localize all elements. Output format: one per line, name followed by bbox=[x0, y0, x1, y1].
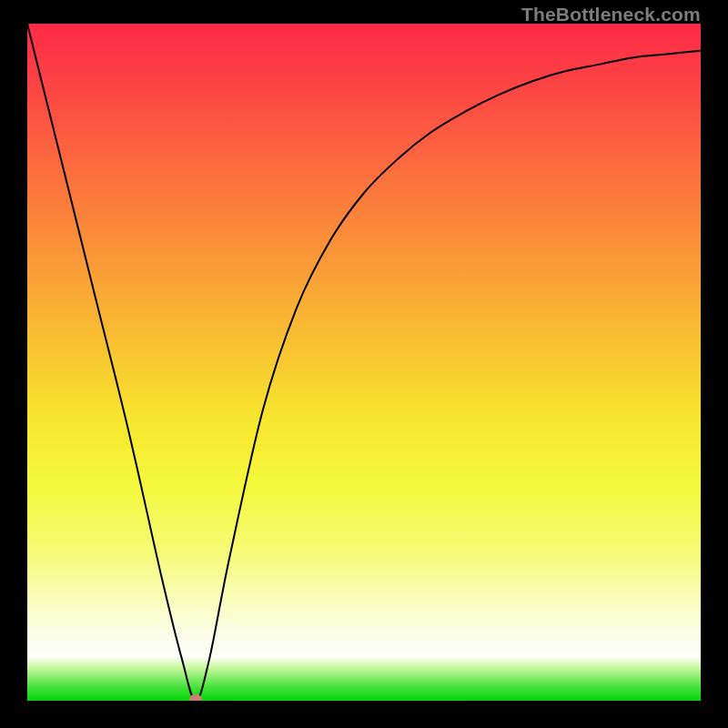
chart-stage: TheBottleneck.com bbox=[0, 0, 728, 728]
plot-area bbox=[27, 24, 701, 701]
bottleneck-curve bbox=[27, 24, 701, 701]
watermark-text: TheBottleneck.com bbox=[521, 4, 701, 25]
curve-layer bbox=[27, 24, 701, 701]
bottom-border bbox=[27, 701, 701, 728]
